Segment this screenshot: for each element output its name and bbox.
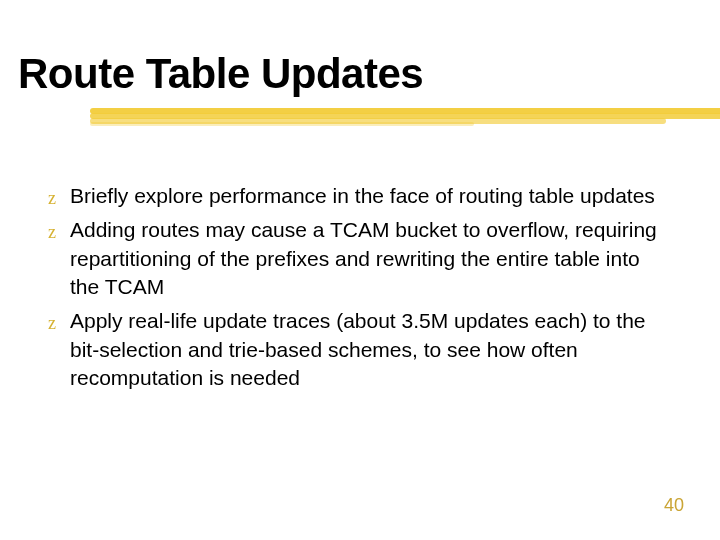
slide: Route Table Updates z Briefly explore pe…	[0, 0, 720, 540]
bullet-list: z Briefly explore performance in the fac…	[48, 182, 660, 398]
bullet-text: Apply real-life update traces (about 3.5…	[70, 307, 660, 392]
bullet-item: z Adding routes may cause a TCAM bucket …	[48, 216, 660, 301]
bullet-marker-icon: z	[48, 311, 66, 335]
slide-title: Route Table Updates	[18, 50, 423, 98]
bullet-text: Adding routes may cause a TCAM bucket to…	[70, 216, 660, 301]
page-number: 40	[664, 495, 684, 516]
bullet-text: Briefly explore performance in the face …	[70, 182, 660, 210]
bullet-item: z Apply real-life update traces (about 3…	[48, 307, 660, 392]
bullet-item: z Briefly explore performance in the fac…	[48, 182, 660, 210]
bullet-marker-icon: z	[48, 220, 66, 244]
bullet-marker-icon: z	[48, 186, 66, 210]
title-underline	[90, 108, 720, 126]
